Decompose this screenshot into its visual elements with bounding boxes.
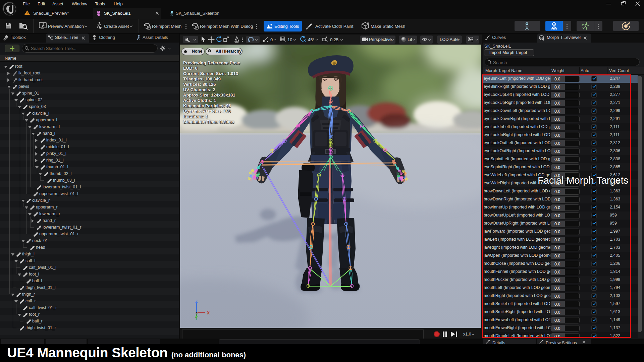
svg-text:Z: Z xyxy=(195,299,198,304)
svg-text:Y: Y xyxy=(195,316,198,320)
svg-text:X: X xyxy=(207,311,210,315)
